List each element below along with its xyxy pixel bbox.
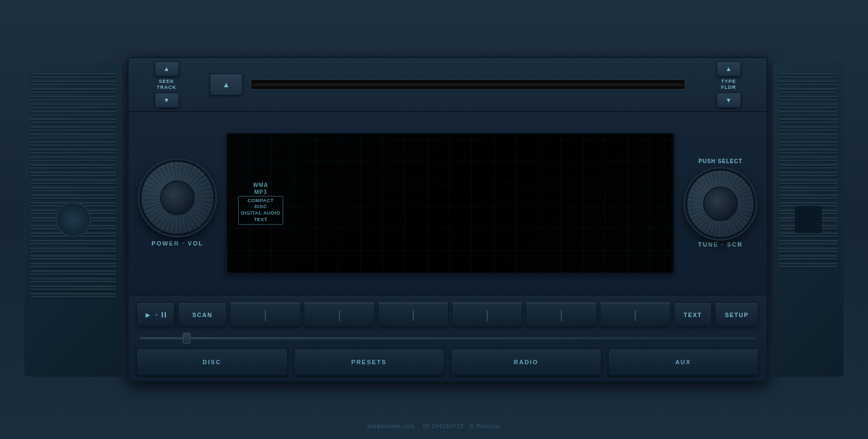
- wma-label: WMA: [253, 182, 268, 188]
- vent-slat: [778, 210, 838, 214]
- slider-track[interactable]: [139, 337, 756, 339]
- vent-slat: [778, 195, 838, 199]
- watermark: dreamstime.com ID 254260718 © Patricioj: [367, 423, 501, 429]
- radio-mode-button[interactable]: RADIO: [451, 348, 602, 376]
- vent-slat: [778, 96, 838, 100]
- vent-slat: [30, 248, 117, 252]
- knob-ridges: [687, 171, 754, 237]
- eject-icon: ▲: [222, 80, 230, 89]
- power-vol-knob[interactable]: [139, 160, 215, 236]
- tune-scr-knob[interactable]: [685, 169, 756, 239]
- vent-slat: [30, 96, 117, 100]
- vent-slat: [30, 286, 117, 290]
- power-vol-label: POWER · VOL: [151, 240, 203, 247]
- vent-slat: [30, 164, 117, 169]
- vent-slat: [778, 225, 838, 229]
- vent-slat: [778, 255, 838, 260]
- preset-6-button[interactable]: [600, 302, 671, 327]
- vent-slat: [30, 172, 117, 176]
- vent-slat: [778, 240, 838, 244]
- disc-mode-button[interactable]: DISC: [137, 348, 288, 376]
- seek-up-button[interactable]: ▲: [155, 61, 179, 76]
- vent-slat: [778, 217, 838, 222]
- seek-up-icon: ▲: [163, 65, 170, 73]
- push-select-label: PUSH SELECT: [698, 158, 742, 164]
- disc-badge: COMPACT DISC DIGITAL AUDIO TEXT: [238, 196, 283, 224]
- power-vol-knob-area: POWER · VOL: [139, 160, 215, 247]
- tune-scr-knob-area: PUSH SELECT TUNE · SCR: [685, 158, 756, 248]
- vent-slat: [30, 217, 117, 222]
- vent-slat: [778, 179, 838, 184]
- slider-row: [137, 333, 758, 344]
- top-section: ▲ SEEK TRACK ▼ ▲ ▲ TYPE FLDR ▼: [129, 58, 767, 112]
- right-vent: [773, 62, 844, 377]
- vent-slat: [778, 248, 838, 252]
- vent-slat: [30, 149, 117, 153]
- bottom-section: ► · II SCAN TEXT SETUP DISC PRESETS: [129, 295, 767, 381]
- top-button-row: ► · II SCAN TEXT SETUP: [137, 300, 758, 330]
- vent-slat: [778, 134, 838, 138]
- cd-slot: [251, 80, 685, 89]
- vent-slat: [30, 263, 117, 267]
- vent-slat: [778, 126, 838, 131]
- preset-3-button[interactable]: [378, 302, 449, 327]
- vent-slat: [778, 164, 838, 169]
- vent-slat: [778, 73, 838, 78]
- watermark-author: © Patricioj: [470, 423, 501, 429]
- preset-2-button[interactable]: [304, 302, 374, 327]
- vent-slat: [778, 104, 838, 108]
- vent-slat: [30, 157, 117, 161]
- play-pause-button[interactable]: ► · II: [137, 302, 175, 327]
- vent-slat: [30, 141, 117, 146]
- vent-slat: [30, 202, 117, 206]
- preset-4-button[interactable]: [452, 302, 522, 327]
- vent-slat: [778, 263, 838, 267]
- vent-slat: [778, 233, 838, 237]
- preset-1-button[interactable]: [230, 302, 301, 327]
- type-down-button[interactable]: ▼: [717, 93, 741, 108]
- preset-5-button[interactable]: [526, 302, 596, 327]
- vent-slat: [30, 134, 117, 138]
- vent-slat: [30, 187, 117, 191]
- type-fldr-label: TYPE FLDR: [721, 79, 736, 91]
- vent-slat: [778, 172, 838, 176]
- type-fldr-area: ▲ TYPE FLDR ▼: [701, 61, 756, 108]
- seek-down-icon: ▼: [163, 96, 170, 104]
- vent-slat: [30, 126, 117, 131]
- vent-slat: [778, 88, 838, 93]
- vent-slat: [30, 104, 117, 108]
- vent-slat: [30, 278, 117, 282]
- vent-slat: [30, 111, 117, 115]
- aux-mode-button[interactable]: AUX: [608, 348, 759, 376]
- vent-slat: [30, 233, 117, 237]
- wma-badge-area: WMA MP3 COMPACT DISC DIGITAL AUDIO TEXT: [238, 182, 283, 224]
- cd-slot-area: ▲: [199, 74, 696, 95]
- vent-slat: [30, 255, 117, 260]
- watermark-site: dreamstime.com: [367, 423, 415, 429]
- scene: ▲ SEEK TRACK ▼ ▲ ▲ TYPE FLDR ▼: [0, 0, 868, 439]
- vent-slat: [30, 240, 117, 244]
- display-screen: WMA MP3 COMPACT DISC DIGITAL AUDIO TEXT: [226, 133, 674, 274]
- vent-slat: [778, 141, 838, 146]
- seek-down-button[interactable]: ▼: [155, 93, 179, 108]
- presets-mode-button[interactable]: PRESETS: [294, 348, 445, 376]
- mp3-label: MP3: [254, 189, 267, 195]
- vent-slat: [30, 119, 117, 123]
- type-down-icon: ▼: [725, 96, 732, 104]
- eject-button[interactable]: ▲: [210, 74, 242, 95]
- scan-button[interactable]: SCAN: [178, 302, 227, 327]
- middle-section: POWER · VOL WMA MP3 COMPACT DISC DIGITAL…: [129, 112, 767, 295]
- seek-track-label: SEEK TRACK: [157, 79, 177, 91]
- type-up-button[interactable]: ▲: [717, 61, 741, 76]
- vent-slat: [778, 157, 838, 161]
- seek-track-area: ▲ SEEK TRACK ▼: [139, 61, 194, 108]
- vent-slat: [30, 88, 117, 93]
- vent-slat: [30, 195, 117, 199]
- vent-slat: [30, 225, 117, 229]
- setup-button[interactable]: SETUP: [715, 302, 758, 327]
- vent-slat: [30, 270, 117, 275]
- vent-slat: [778, 187, 838, 191]
- vent-slat: [30, 293, 117, 298]
- watermark-id: ID 254260718: [423, 423, 464, 429]
- text-button[interactable]: TEXT: [674, 302, 712, 327]
